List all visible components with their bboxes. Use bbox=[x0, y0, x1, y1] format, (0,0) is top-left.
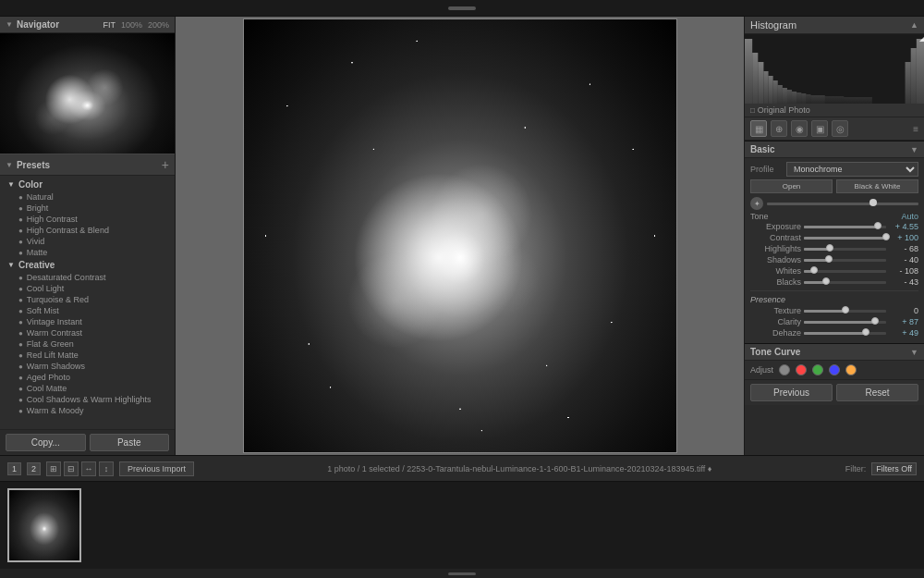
open-btn[interactable]: Open bbox=[750, 179, 833, 193]
navigator-zoom-controls: FIT 100% 200% bbox=[103, 20, 169, 30]
zoom-200-btn[interactable]: 200% bbox=[148, 20, 169, 30]
dehaze-slider[interactable] bbox=[804, 332, 886, 335]
tool-histogram-icon[interactable]: ▦ bbox=[750, 120, 767, 137]
zoom-fit-btn[interactable]: FIT bbox=[103, 20, 116, 30]
paste-btn[interactable]: Paste bbox=[90, 434, 170, 451]
preset-item[interactable]: ●High Contrast bbox=[0, 214, 175, 225]
zoom-100-btn[interactable]: 100% bbox=[121, 20, 142, 30]
preset-item[interactable]: ●Warm Contrast bbox=[0, 327, 175, 338]
previous-btn[interactable]: Previous bbox=[750, 384, 833, 401]
contrast-slider[interactable] bbox=[804, 237, 886, 240]
svg-rect-8 bbox=[787, 90, 792, 104]
svg-rect-4 bbox=[769, 76, 773, 104]
preset-group-color[interactable]: ▼ Color bbox=[0, 178, 175, 191]
tone-curve-dot-red[interactable] bbox=[796, 364, 807, 375]
black-white-btn[interactable]: Black & White bbox=[836, 179, 918, 193]
tool-redeye-icon[interactable]: ◎ bbox=[832, 120, 848, 137]
shadows-slider[interactable] bbox=[804, 259, 886, 262]
preset-item[interactable]: ●Soft Mist bbox=[0, 305, 175, 316]
preset-item[interactable]: ●Warm & Moody bbox=[0, 405, 175, 416]
blacks-row: Blacks - 43 bbox=[750, 277, 918, 287]
filmstrip-icon[interactable]: ⊟ bbox=[64, 461, 79, 476]
copy-btn[interactable]: Copy... bbox=[6, 434, 86, 451]
svg-rect-14 bbox=[825, 96, 844, 104]
prev-reset-row: Previous Reset bbox=[745, 379, 924, 405]
wb-icon: ✦ bbox=[750, 197, 763, 210]
whites-slider[interactable] bbox=[804, 270, 886, 273]
bottom-handle-bar bbox=[448, 572, 476, 575]
preset-item[interactable]: ●Flat & Green bbox=[0, 338, 175, 350]
profile-select[interactable]: Monochrome bbox=[786, 162, 918, 177]
tone-curve-dot-gray[interactable] bbox=[779, 364, 790, 375]
tone-curve-dot-orange[interactable] bbox=[845, 364, 857, 375]
clarity-slider[interactable] bbox=[804, 321, 886, 324]
preset-item[interactable]: ●Red Lift Matte bbox=[0, 350, 175, 361]
histogram-menu[interactable]: ▲ bbox=[910, 20, 918, 30]
film-thumb-1[interactable] bbox=[7, 488, 81, 562]
nav-icons-group: ⊞ ⊟ ↔ ↕ bbox=[46, 461, 114, 476]
exposure-slider[interactable] bbox=[804, 226, 886, 228]
wb-slider[interactable] bbox=[767, 203, 918, 205]
blacks-slider[interactable] bbox=[804, 281, 886, 284]
clarity-row: Clarity + 87 bbox=[750, 317, 918, 326]
preset-item[interactable]: ●Cool Matte bbox=[0, 383, 175, 394]
preset-item[interactable]: ●Turquoise & Red bbox=[0, 294, 175, 305]
basic-section-arrow: ▼ bbox=[910, 145, 918, 154]
tone-auto-btn[interactable]: Auto bbox=[901, 212, 918, 221]
tone-curve-header[interactable]: Tone Curve ▼ bbox=[745, 343, 924, 361]
preset-item[interactable]: ●Bright bbox=[0, 203, 175, 214]
preset-item[interactable]: ●Vintage Instant bbox=[0, 316, 175, 327]
right-panel-content: □ Original Photo ▦ ⊕ ◉ ▣ ◎ ≡ Basic ▼ bbox=[745, 104, 924, 455]
texture-slider[interactable] bbox=[804, 310, 886, 313]
svg-rect-10 bbox=[796, 92, 801, 104]
whites-value: - 108 bbox=[889, 266, 918, 276]
preset-item[interactable]: ●Desaturated Contrast bbox=[0, 272, 175, 283]
tool-menu-icon[interactable]: ≡ bbox=[913, 124, 918, 134]
dehaze-value: + 49 bbox=[889, 328, 918, 338]
navigator-title: ▼ Navigator bbox=[6, 19, 59, 30]
filter-label: Filter: bbox=[845, 464, 867, 473]
tool-crop-icon[interactable]: ⊕ bbox=[771, 120, 787, 137]
prev-import-btn[interactable]: Previous Import bbox=[119, 461, 194, 476]
navigator-preview bbox=[0, 33, 175, 154]
left-panel: ▼ Navigator FIT 100% 200% ▼ Presets + ▼ bbox=[0, 17, 176, 455]
preset-item[interactable]: ●Matte bbox=[0, 247, 175, 258]
histogram-area bbox=[745, 34, 924, 104]
presets-title: ▼ Presets bbox=[6, 160, 50, 170]
shadows-value: - 40 bbox=[889, 255, 918, 264]
tool-mask-icon[interactable]: ▣ bbox=[811, 120, 828, 137]
bottom-handle[interactable] bbox=[0, 569, 924, 578]
grid-view-icon[interactable]: ⊞ bbox=[46, 461, 61, 476]
main-image bbox=[176, 17, 744, 455]
presets-add-btn[interactable]: + bbox=[162, 157, 169, 172]
highlights-row: Highlights - 68 bbox=[750, 244, 918, 253]
compare-h-icon[interactable]: ↔ bbox=[81, 461, 96, 476]
histogram-header: Histogram ▲ bbox=[745, 17, 924, 34]
tone-curve-arrow: ▼ bbox=[910, 348, 918, 357]
preset-item[interactable]: ●Cool Shadows & Warm Highlights bbox=[0, 394, 175, 405]
basic-section-header[interactable]: Basic ▼ bbox=[745, 141, 924, 158]
profile-row: Profile Monochrome bbox=[750, 162, 918, 177]
top-handle-bar bbox=[448, 6, 476, 10]
tone-curve-dot-green[interactable] bbox=[812, 364, 823, 375]
preset-item[interactable]: ●Cool Light bbox=[0, 283, 175, 294]
preset-item[interactable]: ●Aged Photo bbox=[0, 372, 175, 383]
preset-group-creative[interactable]: ▼ Creative bbox=[0, 258, 175, 272]
highlights-slider[interactable] bbox=[804, 248, 886, 251]
highlights-value: - 68 bbox=[889, 244, 918, 253]
preset-item[interactable]: ●Warm Shadows bbox=[0, 361, 175, 372]
preset-item[interactable]: ●High Contrast & Blend bbox=[0, 225, 175, 236]
preset-item[interactable]: ●Vivid bbox=[0, 236, 175, 247]
tone-label-row: Tone Auto bbox=[750, 212, 918, 221]
tone-curve-dot-blue[interactable] bbox=[829, 364, 840, 375]
reset-btn[interactable]: Reset bbox=[836, 384, 918, 401]
wb-slider-thumb[interactable] bbox=[869, 199, 877, 206]
tool-heal-icon[interactable]: ◉ bbox=[791, 120, 808, 137]
preset-item[interactable]: ●Natural bbox=[0, 191, 175, 203]
compare-v-icon[interactable]: ↕ bbox=[99, 461, 114, 476]
page-2-btn[interactable]: 2 bbox=[27, 462, 41, 475]
filter-value[interactable]: Filters Off bbox=[871, 462, 917, 475]
svg-rect-7 bbox=[783, 88, 787, 104]
page-1-btn[interactable]: 1 bbox=[7, 462, 21, 475]
exposure-value: + 4.55 bbox=[889, 222, 918, 231]
